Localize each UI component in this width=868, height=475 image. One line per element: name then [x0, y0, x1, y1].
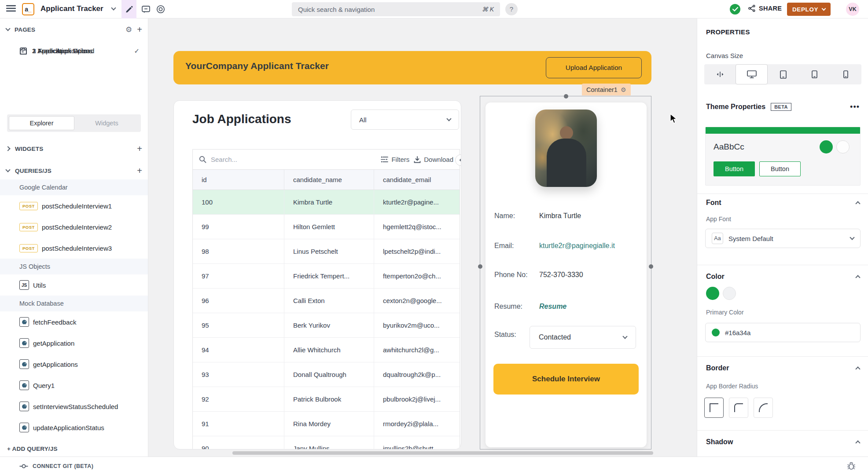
explorer-tree-row[interactable]: Mock Database	[0, 296, 148, 311]
hamburger-menu-icon[interactable]	[6, 5, 16, 12]
explorer-item-label: getApplications	[33, 361, 78, 368]
deploy-chevron-icon[interactable]	[822, 6, 826, 11]
table-row[interactable]: 90 Jany Mullins jmullins2h@shutt...	[193, 436, 460, 449]
resize-handle-left[interactable]	[478, 264, 482, 269]
primary-color-input[interactable]: #16a34a	[705, 323, 861, 342]
filters-button[interactable]: Filters	[381, 156, 409, 163]
explorer-tree-row[interactable]: POST postScheduleInterview3	[0, 238, 148, 259]
background-color-swatch[interactable]	[723, 287, 736, 300]
explorer-tree-row[interactable]: setInterviewStatusScheduled	[0, 396, 148, 417]
upload-application-button[interactable]: Upload Application	[546, 57, 642, 78]
explorer-tree-row[interactable]: updateApplicationStatus	[0, 417, 148, 438]
add-widget-button[interactable]: +	[137, 144, 142, 153]
border-radius-large-button[interactable]	[754, 398, 773, 418]
table-row[interactable]: 97 Friedrick Tempert... ftemperton2o@ch.…	[193, 264, 460, 289]
table-row[interactable]: 94 Allie Whitchurch awhitchurch2l@g...	[193, 338, 460, 362]
deploy-button[interactable]: DEPLOY	[787, 3, 831, 16]
border-section-header[interactable]: Border	[706, 364, 860, 372]
table-row[interactable]: 91 Rina Mordey rmordey2i@plala...	[193, 412, 460, 436]
explorer-tree-row[interactable]: POST postScheduleInterview2	[0, 216, 148, 238]
field-label: Resume:	[494, 301, 539, 311]
queries-collapse-chevron-icon[interactable]	[5, 167, 10, 172]
explorer-tree-row[interactable]: POST postScheduleInterview1	[0, 195, 148, 216]
column-header-id[interactable]: id	[193, 170, 284, 190]
shadow-collapse-chevron-icon[interactable]	[855, 440, 860, 445]
status-filter-select[interactable]: All	[351, 110, 459, 130]
status-select[interactable]: Contacted	[530, 326, 636, 349]
font-section-header[interactable]: Font	[706, 199, 860, 207]
widgets-section-row[interactable]: WIDGETS +	[0, 140, 148, 157]
table-row[interactable]: 92 Patrick Bulbrook pbulbrook2j@livej...	[193, 387, 460, 412]
help-button[interactable]: ?	[505, 3, 518, 15]
add-page-button[interactable]: +	[137, 25, 142, 34]
connect-git-button[interactable]: CONNECT GIT (BETA)	[19, 457, 93, 475]
comment-mode-button[interactable]	[138, 0, 153, 18]
edit-mode-button[interactable]	[121, 0, 136, 18]
app-font-select[interactable]: Aa System Default	[705, 229, 861, 248]
border-collapse-chevron-icon[interactable]	[855, 366, 860, 371]
explorer-tree-row[interactable]: Google Calendar	[0, 179, 148, 195]
debug-button[interactable]	[847, 461, 856, 470]
explorer-tree-row[interactable]: JS Objects	[0, 259, 148, 274]
canvas-size-mobile-button[interactable]	[830, 64, 861, 84]
primary-color-dot	[712, 329, 720, 336]
explorer-tree-row[interactable]: Query1	[0, 375, 148, 396]
column-header-candidate-email[interactable]: candidate_email	[374, 170, 460, 190]
table-row[interactable]: 96 Calli Exton cexton2n@google...	[193, 289, 460, 313]
app-title[interactable]: Applicant Tracker	[40, 4, 103, 13]
canvas-size-tablet-large-button[interactable]	[768, 64, 799, 84]
explorer-tree-row[interactable]: JS Utils	[0, 274, 148, 296]
quick-search-bar[interactable]: ⌘ K	[292, 2, 500, 16]
tab-widgets[interactable]: Widgets	[74, 116, 139, 130]
container1-settings-gear-icon[interactable]: ⚙	[621, 87, 626, 93]
queries-section-row[interactable]: QUERIES/JS +	[0, 162, 148, 179]
view-mode-button[interactable]	[153, 0, 168, 18]
color-section-header[interactable]: Color	[706, 273, 860, 281]
font-collapse-chevron-icon[interactable]	[855, 201, 860, 206]
widgets-expand-chevron-icon[interactable]	[5, 146, 10, 151]
table-row[interactable]: 99 Hilton Gemlett hgemlett2q@istoc...	[193, 215, 460, 239]
resize-handle-right[interactable]	[649, 264, 653, 269]
table-search-input[interactable]	[211, 156, 294, 163]
add-query-plus-button[interactable]: +	[137, 166, 142, 175]
pages-collapse-chevron-icon[interactable]	[5, 26, 10, 31]
column-header-candidate-name[interactable]: candidate_name	[284, 170, 374, 190]
download-button[interactable]: Download	[414, 156, 453, 163]
app-title-chevron-icon[interactable]	[111, 5, 116, 10]
sidebar-page-item[interactable]: 1 Track Applications ✓	[0, 41, 148, 61]
cell-candidate-email: ftemperton2o@ch...	[374, 264, 460, 288]
primary-color-swatch[interactable]	[706, 287, 719, 300]
schedule-interview-button[interactable]: Schedule Interview	[493, 364, 639, 395]
app-logo[interactable]: a_	[22, 3, 34, 15]
border-radius-none-button[interactable]	[704, 398, 724, 418]
canvas-horizontal-scrollbar[interactable]	[232, 451, 653, 455]
shortcut-hint: ⌘ K	[482, 6, 494, 13]
table-row[interactable]: 98 Linus Petschelt lpetschelt2p@indi...	[193, 239, 460, 264]
canvas-size-desktop-button[interactable]	[736, 64, 768, 84]
table-row[interactable]: 100 Kimbra Turtle kturtle2r@pagine...	[193, 190, 460, 215]
user-avatar[interactable]: VK	[846, 3, 859, 16]
explorer-tree-row[interactable]: getApplication	[0, 332, 148, 354]
container1-widget[interactable]: Name: Kimbra Turtle Email: kturtle2r@pag…	[480, 96, 651, 449]
theme-options-menu-button[interactable]: •••	[850, 105, 860, 109]
resize-handle-top[interactable]	[564, 94, 568, 99]
shadow-section-header[interactable]: Shadow	[706, 438, 860, 446]
container1-widget-tag[interactable]: Container1 ⚙	[582, 84, 631, 95]
table-row[interactable]: 93 Donall Qualtrough dqualtrough2k@p...	[193, 362, 460, 387]
add-query-js-button[interactable]: + ADD QUERY/JS	[0, 440, 148, 457]
explorer-item-label: getApplication	[33, 340, 74, 347]
share-button[interactable]: SHARE	[748, 5, 782, 12]
explorer-tree-row[interactable]: fetchFeedback	[0, 311, 148, 332]
pages-settings-gear-icon[interactable]: ⚙	[125, 26, 132, 33]
comment-icon	[142, 6, 150, 13]
explorer-tree-row[interactable]: getApplications	[0, 354, 148, 375]
color-collapse-chevron-icon[interactable]	[855, 275, 860, 280]
canvas-size-fluid-button[interactable]	[704, 64, 736, 84]
quick-search-input[interactable]	[298, 6, 482, 13]
tab-explorer[interactable]: Explorer	[9, 116, 74, 130]
table-row[interactable]: 95 Berk Yurikov byurikov2m@uco...	[193, 313, 460, 338]
theme-preview-card[interactable]: AaBbCc Button Button	[705, 127, 861, 186]
header-banner-widget[interactable]: YourCompany Applicant Tracker Upload App…	[173, 51, 651, 84]
border-radius-medium-button[interactable]	[729, 398, 748, 418]
canvas-size-tablet-button[interactable]	[799, 64, 830, 84]
